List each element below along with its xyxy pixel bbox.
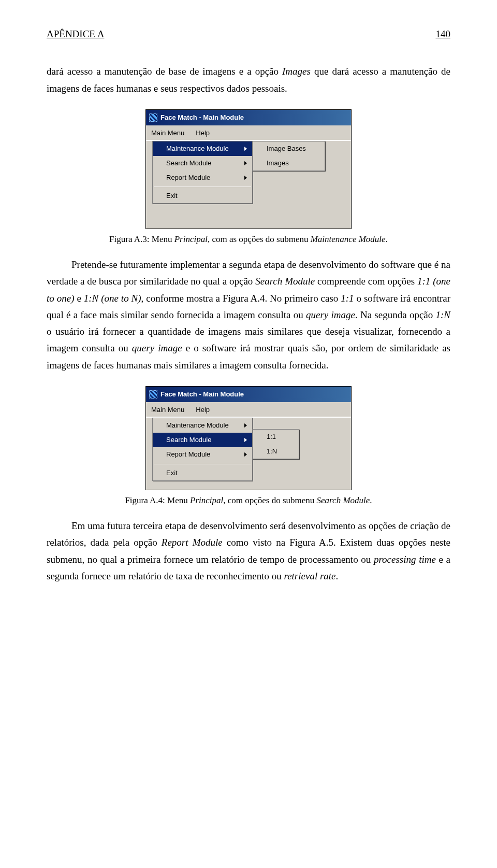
paragraph-1: dará acesso a manutenção de base de imag… xyxy=(47,63,450,97)
sm-one-to-one[interactable]: 1:1 xyxy=(253,430,299,444)
chevron-right-icon xyxy=(244,161,247,165)
chevron-right-icon xyxy=(244,452,247,457)
page-header: APÊNDICE A 140 xyxy=(47,26,450,42)
menu-main[interactable]: Main Menu xyxy=(149,126,186,140)
figure-a3: Face Match - Main Module Main Menu Help … xyxy=(47,109,450,247)
menu-help[interactable]: Help xyxy=(194,126,212,140)
dd-maintenance-module[interactable]: Maintenance Module xyxy=(153,141,252,156)
sm-image-bases[interactable]: Image Bases xyxy=(253,141,325,156)
dd-report-module[interactable]: Report Module xyxy=(153,170,252,185)
client-area: Maintenance Module Search Module Report … xyxy=(146,140,351,229)
main-menu-dropdown: Maintenance Module Search Module Report … xyxy=(152,141,253,204)
paragraph-3: Em uma futura terceira etapa de desenvol… xyxy=(47,518,450,585)
search-submenu: 1:1 1:N xyxy=(253,429,299,459)
dd-exit[interactable]: Exit xyxy=(153,189,252,203)
menu-main[interactable]: Main Menu xyxy=(149,403,186,417)
dd-exit[interactable]: Exit xyxy=(153,466,252,480)
paragraph-2: Pretende-se futuramente implementar a se… xyxy=(47,257,450,374)
app-icon xyxy=(149,390,157,399)
dd-report-module[interactable]: Report Module xyxy=(153,447,252,462)
maintenance-submenu: Image Bases Images xyxy=(253,141,325,171)
chevron-right-icon xyxy=(244,147,247,151)
main-menu-dropdown: Maintenance Module Search Module Report … xyxy=(152,418,253,480)
dd-search-module[interactable]: Search Module xyxy=(153,433,252,447)
titlebar[interactable]: Face Match - Main Module xyxy=(146,387,351,402)
menubar: Main Menu Help xyxy=(146,402,351,417)
header-page-number: 140 xyxy=(436,26,451,42)
chevron-right-icon xyxy=(244,176,247,180)
figure-a4: Face Match - Main Module Main Menu Help … xyxy=(47,386,450,508)
client-area: Maintenance Module Search Module Report … xyxy=(146,417,351,490)
titlebar[interactable]: Face Match - Main Module xyxy=(146,110,351,125)
dd-search-module[interactable]: Search Module xyxy=(153,156,252,170)
chevron-right-icon xyxy=(244,423,247,428)
menu-help[interactable]: Help xyxy=(194,403,212,417)
header-left: APÊNDICE A xyxy=(47,26,104,42)
app-icon xyxy=(149,113,157,122)
figure-a4-caption: Figura A.4: Menu Principal, com opções d… xyxy=(125,493,372,508)
dd-maintenance-module[interactable]: Maintenance Module xyxy=(153,418,252,433)
window-title: Face Match - Main Module xyxy=(160,389,244,400)
menu-separator xyxy=(154,464,251,464)
chevron-right-icon xyxy=(244,438,247,442)
sm-one-to-n[interactable]: 1:N xyxy=(253,444,299,459)
figure-a3-caption: Figura A.3: Menu Principal, com as opçõe… xyxy=(109,232,388,247)
window-title: Face Match - Main Module xyxy=(160,112,244,123)
app-window-a4: Face Match - Main Module Main Menu Help … xyxy=(145,386,352,490)
app-window-a3: Face Match - Main Module Main Menu Help … xyxy=(145,109,352,229)
sm-images[interactable]: Images xyxy=(253,156,325,170)
menubar: Main Menu Help xyxy=(146,125,351,140)
menu-separator xyxy=(154,187,251,187)
